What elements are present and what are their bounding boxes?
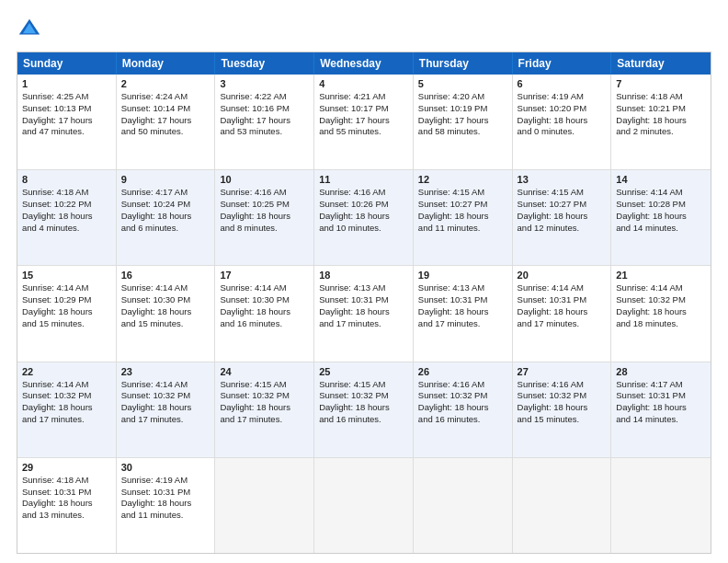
- cell-line: Daylight: 18 hours: [518, 211, 607, 223]
- header-cell-wednesday: Wednesday: [314, 52, 414, 75]
- cell-line: Sunrise: 4:19 AM: [518, 91, 607, 103]
- cell-line: Sunrise: 4:18 AM: [22, 187, 111, 199]
- day-number: 20: [518, 270, 607, 281]
- cal-row-4: 29Sunrise: 4:18 AMSunset: 10:31 PMDaylig…: [17, 458, 711, 553]
- cell-line: and 11 minutes.: [418, 223, 507, 235]
- cell-line: Daylight: 18 hours: [121, 306, 210, 318]
- cell-line: and 15 minutes.: [518, 414, 607, 426]
- cell-line: Daylight: 18 hours: [418, 306, 507, 318]
- cell-line: Daylight: 18 hours: [418, 402, 507, 414]
- header-cell-friday: Friday: [513, 52, 612, 75]
- cell-line: Sunset: 10:28 PM: [616, 199, 706, 211]
- day-cell-28: 28Sunrise: 4:17 AMSunset: 10:31 PMDaylig…: [611, 362, 711, 457]
- cell-line: Sunset: 10:27 PM: [518, 199, 607, 211]
- cell-line: Daylight: 18 hours: [319, 211, 408, 223]
- day-number: 24: [220, 366, 309, 377]
- cell-line: and 16 minutes.: [220, 318, 309, 330]
- day-cell-13: 13Sunrise: 4:15 AMSunset: 10:27 PMDaylig…: [513, 170, 612, 265]
- cell-line: and 12 minutes.: [518, 223, 607, 235]
- cal-row-3: 22Sunrise: 4:14 AMSunset: 10:32 PMDaylig…: [17, 362, 711, 458]
- day-number: 6: [518, 78, 607, 89]
- day-number: 19: [418, 270, 507, 281]
- cell-line: Daylight: 18 hours: [22, 306, 111, 318]
- cell-line: Sunrise: 4:15 AM: [319, 379, 408, 391]
- day-cell-3: 3Sunrise: 4:22 AMSunset: 10:16 PMDayligh…: [215, 75, 314, 169]
- cell-line: Daylight: 18 hours: [518, 402, 607, 414]
- cell-line: and 17 minutes.: [319, 318, 408, 330]
- empty-cell: [414, 458, 513, 553]
- cell-line: Daylight: 18 hours: [220, 402, 309, 414]
- day-number: 30: [121, 462, 210, 473]
- cell-line: Sunrise: 4:25 AM: [22, 91, 111, 103]
- cell-line: and 17 minutes.: [518, 318, 607, 330]
- cell-line: Sunrise: 4:18 AM: [22, 475, 111, 487]
- cell-line: Daylight: 18 hours: [220, 306, 309, 318]
- cell-line: and 58 minutes.: [418, 126, 507, 138]
- cell-line: Sunset: 10:29 PM: [22, 294, 111, 306]
- cell-line: Sunset: 10:31 PM: [418, 294, 507, 306]
- logo-icon: [17, 17, 42, 42]
- day-cell-12: 12Sunrise: 4:15 AMSunset: 10:27 PMDaylig…: [414, 170, 513, 265]
- cell-line: Daylight: 18 hours: [616, 306, 706, 318]
- cell-line: Sunset: 10:19 PM: [418, 103, 507, 115]
- cell-line: Sunset: 10:32 PM: [518, 390, 607, 402]
- calendar-header: SundayMondayTuesdayWednesdayThursdayFrid…: [17, 52, 711, 75]
- cell-line: Daylight: 18 hours: [22, 402, 111, 414]
- day-cell-1: 1Sunrise: 4:25 AMSunset: 10:13 PMDayligh…: [17, 75, 117, 169]
- cell-line: Sunset: 10:17 PM: [319, 103, 408, 115]
- cell-line: Daylight: 17 hours: [22, 115, 111, 127]
- cell-line: and 15 minutes.: [22, 318, 111, 330]
- cell-line: Daylight: 18 hours: [518, 306, 607, 318]
- cell-line: and 0 minutes.: [518, 126, 607, 138]
- empty-cell: [215, 458, 314, 553]
- cell-line: Sunrise: 4:13 AM: [319, 282, 408, 294]
- cell-line: Daylight: 17 hours: [121, 115, 210, 127]
- day-number: 14: [616, 174, 706, 185]
- cell-line: Sunrise: 4:19 AM: [121, 475, 210, 487]
- cell-line: and 18 minutes.: [616, 318, 706, 330]
- cal-row-2: 15Sunrise: 4:14 AMSunset: 10:29 PMDaylig…: [17, 266, 711, 362]
- cell-line: and 14 minutes.: [616, 223, 706, 235]
- day-number: 7: [616, 78, 706, 89]
- day-number: 27: [518, 366, 607, 377]
- calendar-body: 1Sunrise: 4:25 AMSunset: 10:13 PMDayligh…: [17, 75, 711, 553]
- page: SundayMondayTuesdayWednesdayThursdayFrid…: [0, 0, 728, 563]
- cell-line: Daylight: 17 hours: [220, 115, 309, 127]
- cell-line: Sunrise: 4:17 AM: [121, 187, 210, 199]
- day-number: 18: [319, 270, 408, 281]
- day-cell-6: 6Sunrise: 4:19 AMSunset: 10:20 PMDayligh…: [513, 75, 612, 169]
- day-number: 21: [616, 270, 706, 281]
- cell-line: Sunset: 10:26 PM: [319, 199, 408, 211]
- cell-line: Daylight: 18 hours: [418, 211, 507, 223]
- day-cell-29: 29Sunrise: 4:18 AMSunset: 10:31 PMDaylig…: [17, 458, 117, 553]
- day-cell-21: 21Sunrise: 4:14 AMSunset: 10:32 PMDaylig…: [611, 266, 711, 361]
- cell-line: Sunrise: 4:18 AM: [616, 91, 706, 103]
- day-cell-16: 16Sunrise: 4:14 AMSunset: 10:30 PMDaylig…: [117, 266, 216, 361]
- cell-line: and 55 minutes.: [319, 126, 408, 138]
- cell-line: Sunset: 10:32 PM: [220, 390, 309, 402]
- day-cell-27: 27Sunrise: 4:16 AMSunset: 10:32 PMDaylig…: [513, 362, 612, 457]
- day-number: 25: [319, 366, 408, 377]
- cell-line: Sunrise: 4:15 AM: [418, 187, 507, 199]
- day-number: 26: [418, 366, 507, 377]
- cell-line: Sunset: 10:31 PM: [518, 294, 607, 306]
- cell-line: and 17 minutes.: [121, 414, 210, 426]
- cell-line: Sunrise: 4:13 AM: [418, 282, 507, 294]
- cell-line: Sunset: 10:22 PM: [22, 199, 111, 211]
- day-number: 28: [616, 366, 706, 377]
- cell-line: and 17 minutes.: [418, 318, 507, 330]
- day-number: 4: [319, 78, 408, 89]
- cell-line: and 4 minutes.: [22, 223, 111, 235]
- cell-line: and 17 minutes.: [220, 414, 309, 426]
- cell-line: Daylight: 18 hours: [616, 211, 706, 223]
- day-number: 13: [518, 174, 607, 185]
- header-cell-monday: Monday: [117, 52, 216, 75]
- cell-line: Sunrise: 4:14 AM: [518, 282, 607, 294]
- day-cell-11: 11Sunrise: 4:16 AMSunset: 10:26 PMDaylig…: [314, 170, 414, 265]
- day-number: 16: [121, 270, 210, 281]
- day-cell-18: 18Sunrise: 4:13 AMSunset: 10:31 PMDaylig…: [314, 266, 414, 361]
- day-cell-7: 7Sunrise: 4:18 AMSunset: 10:21 PMDayligh…: [611, 75, 711, 169]
- cell-line: Sunrise: 4:21 AM: [319, 91, 408, 103]
- day-number: 15: [22, 270, 111, 281]
- cell-line: and 17 minutes.: [22, 414, 111, 426]
